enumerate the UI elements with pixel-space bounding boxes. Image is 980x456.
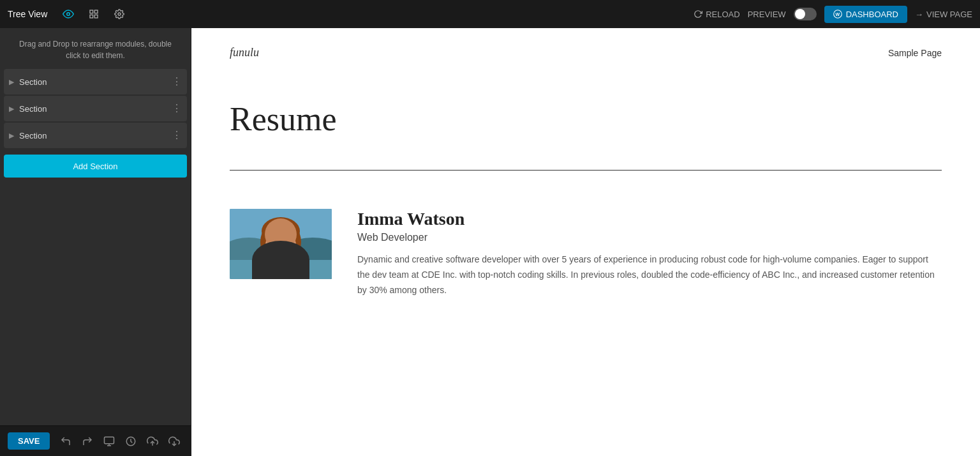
svg-text:W: W [835,12,840,17]
history-button[interactable] [125,436,137,447]
download-icon [168,436,180,447]
reload-button[interactable]: RELOAD [694,10,739,19]
reload-label: RELOAD [706,10,739,19]
redo-button[interactable] [82,436,93,447]
profile-portrait [230,209,332,279]
reload-icon [694,10,702,19]
section-list: ▶ Section ⋮ ▶ Section ⋮ ▶ Section ⋮ [0,69,191,148]
profile-name: Imma Watson [357,209,942,229]
sidebar-hint: Drag and Drop to rearrange modules, doub… [0,28,191,69]
grid-icon-button[interactable] [84,4,103,24]
resume-heading: Resume [230,100,942,138]
chevron-right-icon-3: ▶ [9,132,14,140]
page-wrapper: funulu Sample Page Resume [191,28,980,456]
resume-section: Resume [191,75,980,170]
profile-image [230,209,332,279]
arrow-icon: → [915,10,923,19]
content-area[interactable]: funulu Sample Page Resume [191,28,980,456]
dots-icon-3[interactable]: ⋮ [172,130,182,141]
svg-point-14 [265,228,296,264]
upload-icon [147,436,158,447]
gear-icon-button[interactable] [110,4,129,24]
section-label-1: Section [19,77,47,87]
bottombar: SAVE [0,425,191,456]
svg-rect-18 [105,437,114,444]
nav-link-sample-page[interactable]: Sample Page [888,48,942,58]
wordpress-icon: W [833,10,842,19]
section-item-2[interactable]: ▶ Section ⋮ [4,96,187,121]
undo-button[interactable] [60,436,71,447]
topbar-right: RELOAD PREVIEW W DASHBOARD → VIEW PAGE [694,6,972,23]
profile-info: Imma Watson Web Developer Dynamic and cr… [357,209,942,298]
profile-section: Imma Watson Web Developer Dynamic and cr… [191,196,980,323]
dots-icon-1[interactable]: ⋮ [172,77,182,87]
svg-point-0 [67,13,70,16]
divider [230,170,942,171]
app-title: Tree View [8,9,47,19]
profile-bio: Dynamic and creative software developer … [357,252,942,298]
redo-icon [82,436,93,447]
eye-icon-button[interactable] [59,4,78,24]
svg-rect-4 [95,15,98,18]
section-label-3: Section [19,131,47,141]
dashboard-label: DASHBOARD [846,10,898,19]
add-section-button[interactable]: Add Section [4,155,187,178]
view-page-button[interactable]: → VIEW PAGE [915,10,972,19]
svg-rect-3 [90,15,93,18]
view-page-label: VIEW PAGE [926,10,972,19]
site-title: funulu [230,46,259,59]
section-item-1[interactable]: ▶ Section ⋮ [4,69,187,95]
section-item-3[interactable]: ▶ Section ⋮ [4,123,187,148]
topbar: Tree View RELOAD PREVIEW [0,0,980,28]
section-label-2: Section [19,104,47,114]
upload-button[interactable] [147,436,158,447]
dots-icon-2[interactable]: ⋮ [172,103,182,114]
svg-point-15 [262,217,300,245]
svg-rect-16 [262,265,300,279]
svg-point-5 [118,13,121,15]
undo-icon [60,436,71,447]
chevron-right-icon-2: ▶ [9,105,14,113]
svg-rect-17 [276,259,286,268]
sidebar: Drag and Drop to rearrange modules, doub… [0,28,191,456]
responsive-button[interactable] [103,436,115,447]
page-nav: funulu Sample Page [191,28,980,75]
responsive-icon [103,436,115,447]
main-layout: Drag and Drop to rearrange modules, doub… [0,28,980,456]
preview-label: PREVIEW [748,10,786,19]
history-icon [125,436,137,447]
svg-rect-2 [95,10,98,13]
gear-icon [114,9,124,19]
chevron-right-icon-1: ▶ [9,78,14,86]
eye-icon [63,8,74,20]
download-button[interactable] [168,436,180,447]
preview-toggle[interactable] [794,8,817,20]
svg-rect-1 [90,10,93,13]
profile-job-title: Web Developer [357,232,942,243]
grid-icon [89,9,99,19]
svg-rect-12 [230,260,332,279]
dashboard-button[interactable]: W DASHBOARD [824,6,907,23]
save-button[interactable]: SAVE [8,432,50,450]
